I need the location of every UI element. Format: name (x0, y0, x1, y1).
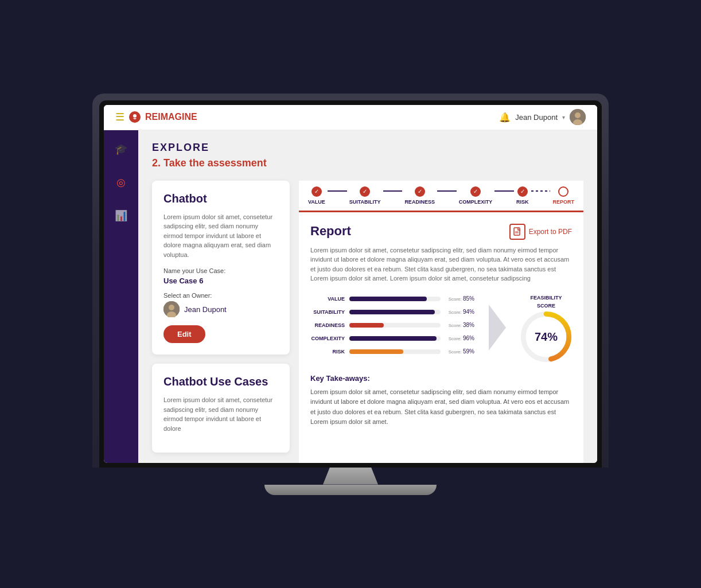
screen: ☰ REIMAGINE 🔔 Jean Dupo (104, 105, 597, 463)
main-layout: 🎓 ◎ 📊 EXPLORE 2. Take the assessment (104, 130, 597, 463)
step-suitability-label: SUITABILITY (349, 199, 381, 205)
hamburger-icon[interactable]: ☰ (115, 111, 124, 123)
logo-text: REIMAGINE (145, 112, 197, 122)
svg-point-2 (575, 112, 581, 118)
export-pdf-button[interactable]: Export to PDF (509, 224, 572, 240)
chatbot-card: Chatbot Lorem ipsum dolor sit amet, cons… (152, 181, 290, 355)
key-takeaways-text: Lorem ipsum dolor sit amet, consetetur s… (310, 387, 572, 427)
content-area: EXPLORE 2. Take the assessment Chatbot L… (138, 130, 597, 463)
report-header: Report (310, 224, 572, 240)
sidebar: 🎓 ◎ 📊 (104, 130, 138, 463)
bar-label-suitability: SUITABILITY (310, 309, 345, 315)
bar-fill-readiness (349, 323, 384, 328)
arrow-indicator (486, 302, 509, 356)
step-report-label: REPORT (552, 199, 574, 205)
use-case-label: Name your Use Case: (163, 267, 278, 274)
connector-4 (494, 190, 514, 192)
monitor: ☰ REIMAGINE 🔔 Jean Dupo (92, 94, 609, 468)
use-cases-title: Chatbot Use Cases (163, 375, 278, 388)
bar-track-complexity (349, 336, 441, 341)
step-readiness: ✓ READINESS (404, 186, 435, 205)
connector-3 (437, 190, 457, 192)
user-name-label: Jean Dupont (515, 113, 558, 122)
step-suitability-circle: ✓ (360, 186, 370, 197)
key-takeaways-section: Key Take-aways: Lorem ipsum dolor sit am… (310, 374, 572, 427)
use-cases-desc: Lorem ipsum dolor sit amet, consetetur s… (163, 395, 278, 433)
donut-chart: 74% (520, 311, 572, 363)
bar-fill-suitability (349, 310, 435, 314)
donut-label-score: SCORE (537, 303, 555, 309)
monitor-stand (92, 468, 609, 485)
bar-label-risk: RISK (310, 349, 345, 355)
bar-score-risk: Score: 59% (449, 348, 474, 355)
bar-row-risk: RISK Score: 59% (310, 348, 474, 355)
key-takeaways-title: Key Take-aways: (310, 374, 572, 383)
bar-track-value (349, 297, 441, 301)
svg-point-0 (133, 114, 137, 118)
step-value-label: VALUE (308, 199, 325, 205)
user-avatar (570, 109, 586, 125)
bar-score-complexity: Score: 96% (449, 335, 474, 341)
two-column-layout: Chatbot Lorem ipsum dolor sit amet, cons… (152, 181, 583, 463)
bar-row-suitability: SUITABILITY Score: 94% (310, 309, 474, 315)
bar-label-value: VALUE (310, 296, 345, 302)
step-risk-label: RISK (516, 199, 529, 205)
progress-bar: ✓ VALUE ✓ SUITABILITY (299, 181, 583, 212)
use-case-value: Use Case 6 (163, 277, 278, 285)
report-description: Lorem ipsum dolor sit amet, consetetur s… (310, 246, 572, 283)
step-report: REPORT (552, 186, 574, 205)
step-value: ✓ VALUE (308, 186, 325, 205)
progress-steps: ✓ VALUE ✓ SUITABILITY (308, 186, 574, 205)
chart-area: VALUE Score: 85% (310, 295, 572, 363)
top-bar: ☰ REIMAGINE 🔔 Jean Dupo (104, 105, 597, 130)
export-label: Export to PDF (529, 228, 572, 236)
bar-label-complexity: COMPLEXITY (310, 336, 345, 341)
logo-area: ☰ REIMAGINE (115, 111, 197, 123)
bar-score-suitability: Score: 94% (449, 309, 474, 315)
step-title: 2. Take the assessment (152, 157, 583, 169)
bar-fill-risk (349, 349, 403, 354)
stand-base (264, 485, 437, 495)
bar-row-value: VALUE Score: 85% (310, 295, 474, 302)
step-complexity-circle: ✓ (470, 186, 481, 197)
connector-1 (328, 190, 347, 192)
bar-score-value: Score: 85% (449, 295, 474, 302)
owner-row: Jean Dupont (163, 301, 278, 317)
step-suitability: ✓ SUITABILITY (349, 186, 381, 205)
sidebar-item-chart[interactable]: 📊 (111, 206, 131, 225)
report-title: Report (310, 224, 351, 239)
bar-track-risk (349, 349, 441, 354)
donut-section: FEASIBILITY SCORE (520, 295, 572, 363)
bar-fill-value (349, 297, 427, 301)
export-icon (509, 224, 525, 240)
connector-5 (531, 190, 551, 192)
bars-section: VALUE Score: 85% (310, 295, 474, 361)
bar-track-suitability (349, 310, 441, 314)
right-column: ✓ VALUE ✓ SUITABILITY (299, 181, 583, 463)
chatbot-use-cases-card: Chatbot Use Cases Lorem ipsum dolor sit … (152, 364, 290, 453)
step-complexity-label: COMPLEXITY (459, 199, 493, 205)
bar-track-readiness (349, 323, 441, 328)
step-risk-circle: ✓ (517, 186, 528, 197)
donut-label-feasibility: FEASIBILITY (530, 295, 562, 301)
owner-avatar (163, 301, 180, 317)
sidebar-item-compass[interactable]: ◎ (113, 173, 129, 192)
step-risk: ✓ RISK (516, 186, 529, 205)
chatbot-title: Chatbot (163, 192, 278, 205)
bell-icon[interactable]: 🔔 (499, 112, 511, 123)
bar-row-complexity: COMPLEXITY Score: 96% (310, 335, 474, 341)
sidebar-item-learn[interactable]: 🎓 (111, 139, 131, 159)
donut-value: 74% (535, 330, 558, 343)
logo-icon (129, 111, 141, 123)
connector-2 (383, 190, 403, 192)
bar-row-readiness: READINESS Score: 38% (310, 322, 474, 328)
explore-title: EXPLORE (152, 142, 583, 154)
owner-label: Select an Owner: (163, 292, 278, 299)
chatbot-desc: Lorem ipsum dolor sit amet, consetetur s… (163, 212, 278, 260)
edit-button[interactable]: Edit (163, 325, 205, 343)
svg-point-5 (169, 305, 174, 310)
step-readiness-circle: ✓ (415, 186, 425, 197)
report-panel: Report (299, 212, 583, 463)
step-report-circle (558, 186, 568, 197)
bar-score-readiness: Score: 38% (449, 322, 474, 328)
